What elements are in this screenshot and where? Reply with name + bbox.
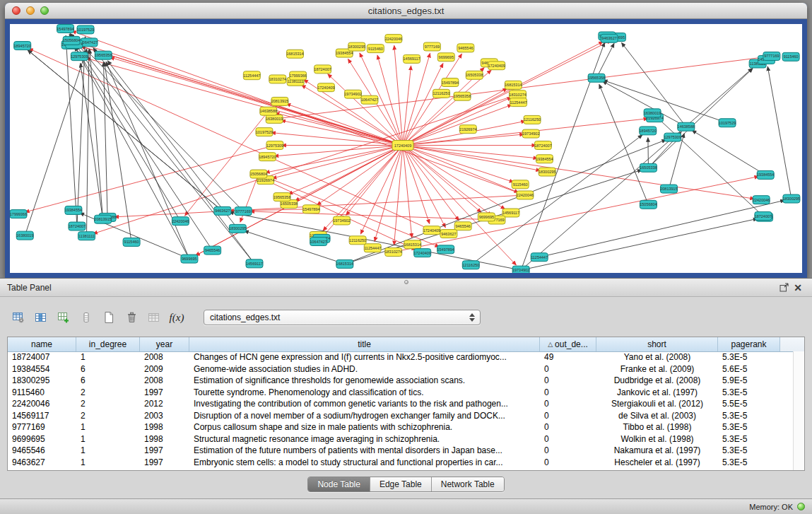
graph-node[interactable]: 16815314 [505, 81, 522, 89]
graph-node[interactable]: 17240409 [413, 249, 430, 257]
column-header-title[interactable]: title [189, 337, 540, 351]
table-row[interactable]: 911546021997Tourette syndrome. Phenomeno… [8, 387, 794, 399]
table-settings-icon[interactable] [10, 308, 27, 327]
graph-node[interactable]: 12975309 [664, 133, 681, 141]
column-header-year[interactable]: year [140, 337, 189, 351]
close-window-button[interactable] [12, 6, 20, 15]
graph-node[interactable]: 10197529 [719, 119, 736, 127]
graph-node[interactable]: 12975309 [266, 141, 283, 150]
graph-node[interactable]: 9699695 [437, 53, 454, 62]
graph-node[interactable]: 12116250 [349, 236, 366, 245]
panel-resize-grip[interactable] [404, 280, 408, 284]
graph-node[interactable]: 12975309 [71, 52, 88, 61]
graph-node[interactable]: 10197529 [77, 25, 94, 34]
graph-node[interactable]: 9463627 [601, 34, 618, 42]
graph-node[interactable]: 11254447 [531, 253, 548, 262]
column-header-pagerank[interactable]: pagerank [718, 337, 780, 351]
delete-column-icon[interactable] [78, 308, 95, 327]
graph-node[interactable]: 19565358 [454, 92, 471, 100]
float-panel-icon[interactable] [777, 281, 791, 294]
graph-node[interactable]: 19734902 [522, 129, 539, 138]
import-table-icon[interactable] [146, 308, 163, 327]
graph-node[interactable]: 18300295 [229, 224, 246, 233]
graph-node[interactable]: 18945720 [13, 42, 30, 50]
graph-node[interactable]: 9699695 [478, 213, 495, 221]
graph-node[interactable]: 16380019 [644, 109, 661, 117]
graph-node[interactable]: 18310274 [384, 248, 401, 257]
graph-node[interactable]: 16815314 [286, 49, 303, 58]
graph-node[interactable]: 14569117 [502, 209, 519, 217]
graph-node[interactable]: 18300295 [783, 194, 800, 203]
graph-node[interactable]: 9699695 [181, 255, 198, 263]
graph-node[interactable]: 9465546 [457, 44, 474, 52]
graph-node[interactable]: 17999366 [10, 210, 27, 218]
graph-node[interactable]: 18724007 [69, 222, 86, 230]
close-panel-icon[interactable]: ✕ [791, 281, 805, 294]
graph-node[interactable]: 9115460 [782, 52, 799, 61]
graph-node[interactable]: 18300295 [539, 168, 555, 176]
table-row[interactable]: 946554611997Estimation of the future num… [8, 445, 794, 457]
graph-node[interactable]: 19384554 [757, 171, 774, 180]
tab-network-table[interactable]: Network Table [432, 477, 504, 491]
graph-node[interactable]: 16815314 [336, 259, 353, 268]
graph-node[interactable]: 9465546 [204, 246, 221, 255]
graph-node[interactable]: 9115460 [123, 238, 140, 246]
graph-node[interactable]: 16380019 [16, 231, 33, 240]
graph-node[interactable]: 19734902 [344, 90, 361, 98]
graph-node[interactable]: 11254447 [364, 244, 381, 252]
graph-node[interactable]: 16505338 [640, 163, 657, 172]
graph-node[interactable]: 16505338 [466, 71, 483, 79]
graph-node[interactable]: 9777169 [763, 52, 780, 60]
graph-node[interactable]: 9115460 [367, 45, 384, 53]
graph-node[interactable]: 14638588 [678, 122, 695, 131]
table-row[interactable]: 2242004622012Investigating the contribut… [8, 398, 794, 410]
graph-node[interactable]: 15497894 [57, 25, 73, 33]
graph-node[interactable]: 11381111 [78, 232, 95, 240]
graph-node[interactable]: 9115460 [512, 180, 529, 189]
graph-node[interactable]: 17240409 [317, 83, 334, 92]
window-titlebar[interactable]: citations_edges.txt [5, 3, 807, 19]
graph-node[interactable]: 19384554 [65, 206, 82, 214]
graph-node[interactable]: 18724007 [314, 65, 331, 74]
graph-node[interactable]: 9465546 [454, 222, 471, 230]
graph-node[interactable]: 18945720 [640, 127, 657, 135]
graph-node[interactable]: 16380019 [266, 115, 283, 123]
graph-node[interactable]: 18310274 [509, 90, 526, 99]
graph-node[interactable]: 10647427 [361, 95, 378, 104]
table-row[interactable]: 977716911998Corpus callosum shape and si… [8, 421, 794, 433]
graph-node[interactable]: 15497894 [442, 78, 459, 87]
table-row[interactable]: 1938455462009Genome-wide association stu… [8, 363, 794, 375]
graph-node[interactable]: 20813915 [94, 215, 111, 223]
table-selector-dropdown[interactable]: citations_edges.txt [204, 310, 481, 325]
graph-node[interactable]: 22420046 [172, 217, 189, 226]
network-canvas[interactable]: 1872400719384554183002959115460224200461… [10, 24, 802, 273]
zoom-window-button[interactable] [40, 6, 49, 15]
graph-node[interactable]: 10647427 [81, 38, 98, 47]
table-row[interactable]: 1830029562008Estimation of significance … [8, 375, 794, 387]
graph-node[interactable]: 15056804 [250, 170, 267, 178]
graph-node[interactable]: 22420046 [753, 196, 770, 204]
graph-node[interactable]: 21926974 [459, 125, 476, 134]
network-graph[interactable]: 1872400719384554183002959115460224200461… [10, 24, 802, 273]
graph-node[interactable]: 12116250 [433, 89, 449, 98]
graph-node[interactable]: 11254447 [243, 71, 260, 80]
graph-node[interactable]: 15056804 [63, 36, 80, 45]
function-builder-icon[interactable]: f(x) [168, 308, 185, 327]
column-header-out_degree[interactable]: △out_de... [540, 337, 596, 351]
graph-node[interactable]: 17240409 [423, 226, 440, 235]
table-row[interactable]: 969969511998Structural magnetic resonanc… [8, 433, 794, 445]
graph-node[interactable]: 18945720 [259, 153, 276, 161]
graph-node[interactable]: 19734902 [333, 216, 350, 225]
graph-node[interactable]: 9777169 [423, 42, 440, 51]
vertical-scrollbar[interactable] [793, 351, 804, 470]
new-table-icon[interactable] [100, 308, 117, 327]
table-row[interactable]: 1456911722003Disruption of a novel membe… [8, 410, 794, 422]
graph-node[interactable]: 17240409 [488, 62, 505, 70]
graph-node[interactable]: 19384554 [536, 155, 553, 163]
create-column-icon[interactable] [55, 308, 72, 327]
column-display-icon[interactable] [33, 308, 49, 327]
graph-node[interactable]: 15497894 [437, 245, 454, 254]
graph-node[interactable]: 10197529 [256, 128, 273, 136]
graph-node[interactable]: 22420046 [517, 191, 534, 199]
minimize-window-button[interactable] [26, 6, 35, 15]
